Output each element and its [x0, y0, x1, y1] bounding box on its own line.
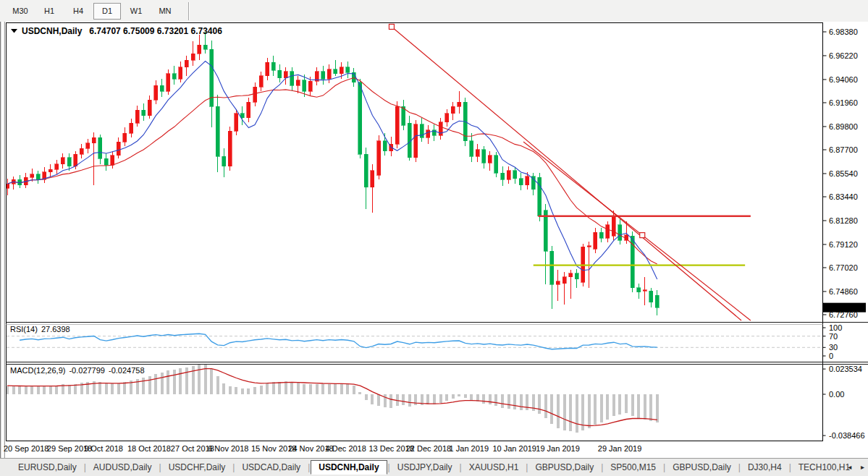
price-axis-label: 6.79120	[829, 240, 858, 249]
macd-histogram-bar	[631, 394, 634, 416]
tab-eurusd-daily[interactable]: EURUSD,Daily	[12, 460, 83, 475]
timeframe-d1[interactable]: D1	[93, 3, 121, 20]
macd-histogram-bar	[353, 386, 355, 394]
macd-histogram-bar	[426, 394, 429, 404]
macd-histogram-bar	[482, 394, 485, 404]
macd-histogram-bar	[612, 394, 615, 416]
macd-histogram-bar	[185, 367, 188, 394]
date-axis-label: 19 Jan 2019	[536, 444, 580, 453]
price-axis-label: 6.77020	[829, 263, 858, 272]
macd-histogram-bar	[192, 366, 195, 394]
macd-histogram-bar	[247, 388, 250, 394]
macd-histogram-bar	[93, 381, 96, 394]
candle	[395, 101, 399, 149]
macd-histogram-bar	[30, 386, 33, 394]
tab-gbpusd-daily[interactable]: GBPUSD,Daily	[528, 460, 600, 475]
macd-axis-label: -0.038466	[829, 431, 865, 440]
tab-audusd-daily[interactable]: AUDUSD,Daily	[87, 460, 159, 475]
macd-histogram-bar	[241, 388, 244, 394]
macd-histogram-bar	[649, 394, 652, 421]
macd-histogram-bar	[637, 394, 640, 418]
date-axis-label: 22 Dec 2018	[406, 444, 451, 453]
tab-gbpusd-daily[interactable]: GBPUSD,Daily	[666, 460, 738, 475]
tab-usdjpy-daily[interactable]: USDJPY,Daily	[391, 460, 459, 475]
macd-histogram-bar	[309, 384, 312, 394]
macd-histogram-bar	[346, 384, 349, 394]
macd-histogram-bar	[618, 394, 621, 415]
macd-histogram-bar	[377, 394, 380, 406]
macd-label: MACD(12,26,9)-0.027799-0.024758	[10, 366, 145, 375]
macd-histogram-bar	[433, 394, 436, 404]
tab-scroll-right-icon[interactable]: ▸	[861, 463, 864, 471]
macd-histogram-bar	[594, 394, 597, 425]
price-chart[interactable]: 6.983806.962206.940606.919606.898006.877…	[0, 22, 868, 458]
macd-histogram-bar	[644, 394, 646, 420]
macd-histogram-bar	[563, 394, 566, 430]
price-axis-label: 6.85540	[829, 169, 858, 178]
macd-histogram-bar	[538, 394, 541, 414]
macd-histogram-bar	[576, 394, 578, 433]
macd-histogram-bar	[198, 365, 201, 394]
macd-histogram-bar	[656, 394, 659, 422]
tab-dj30-h4[interactable]: DJ30,H4	[741, 460, 788, 475]
macd-histogram-bar	[606, 394, 609, 420]
macd-histogram-bar	[68, 385, 71, 394]
chart-ohlc-values: 6.74707 6.75009 6.73201 6.73406	[89, 26, 222, 36]
macd-histogram-bar	[328, 384, 331, 394]
candle	[538, 173, 542, 221]
macd-histogram-bar	[136, 379, 139, 394]
macd-histogram-bar	[173, 370, 176, 394]
macd-histogram-bar	[37, 386, 40, 394]
macd-histogram-bar	[371, 394, 374, 404]
macd-histogram-bar	[179, 368, 182, 394]
macd-histogram-bar	[148, 376, 151, 394]
macd-histogram-bar	[507, 394, 510, 409]
timeframe-toolbar: M30H1H4D1W1MN	[0, 0, 868, 22]
rsi-axis-label: 100	[829, 323, 842, 332]
timeframe-mn[interactable]: MN	[151, 3, 179, 20]
toolbar-separator	[188, 2, 190, 20]
tab-xauusd-h1[interactable]: XAUUSD,H1	[463, 460, 526, 475]
macd-histogram-bar	[445, 394, 448, 401]
macd-histogram-bar	[117, 383, 120, 394]
macd-histogram-bar	[408, 394, 411, 407]
macd-histogram-bar	[260, 386, 263, 394]
tab-usdchf-daily[interactable]: USDCHF,Daily	[162, 460, 232, 475]
macd-histogram-bar	[290, 382, 293, 394]
price-axis-label: 6.83440	[829, 192, 858, 201]
macd-histogram-bar	[111, 383, 114, 394]
macd-histogram-bar	[216, 376, 219, 394]
macd-histogram-bar	[365, 394, 368, 400]
trendline-handle[interactable]	[640, 233, 645, 238]
macd-histogram-bar	[285, 381, 287, 394]
timeframe-h1[interactable]: H1	[35, 3, 63, 20]
macd-histogram-bar	[513, 394, 516, 409]
tab-usdcad-daily[interactable]: USDCAD,Daily	[235, 460, 307, 475]
date-axis-label: 18 Oct 2018	[127, 444, 171, 453]
macd-histogram-bar	[389, 394, 392, 408]
price-axis-label: 6.98380	[829, 27, 858, 36]
macd-histogram-bar	[358, 392, 361, 394]
tab-sp500-m15[interactable]: SP500,M15	[604, 460, 662, 475]
tab-scroll-left-icon[interactable]: ◂	[848, 463, 851, 471]
macd-histogram-bar	[253, 387, 256, 394]
timeframe-m30[interactable]: M30	[7, 3, 34, 20]
date-axis-label: 4 Dec 2018	[326, 444, 366, 453]
macd-histogram-bar	[464, 394, 467, 398]
date-axis-label: 1 Jan 2019	[450, 444, 489, 453]
trendline-handle[interactable]	[389, 24, 394, 29]
timeframe-h4[interactable]: H4	[64, 3, 92, 20]
rsi-axis-label: 70	[829, 332, 838, 341]
tab-usdcnh-daily[interactable]: USDCNH,Daily	[311, 460, 387, 475]
macd-histogram-bar	[402, 394, 405, 405]
macd-histogram-bar	[439, 394, 442, 403]
timeframe-w1[interactable]: W1	[122, 3, 150, 20]
macd-histogram-bar	[458, 394, 460, 396]
price-axis-label: 6.89800	[829, 122, 858, 131]
macd-histogram-bar	[161, 373, 164, 394]
macd-histogram-bar	[526, 394, 528, 410]
candle	[358, 79, 362, 158]
macd-histogram-bar	[334, 384, 337, 394]
macd-histogram-bar	[550, 394, 553, 424]
macd-histogram-bar	[55, 386, 58, 394]
